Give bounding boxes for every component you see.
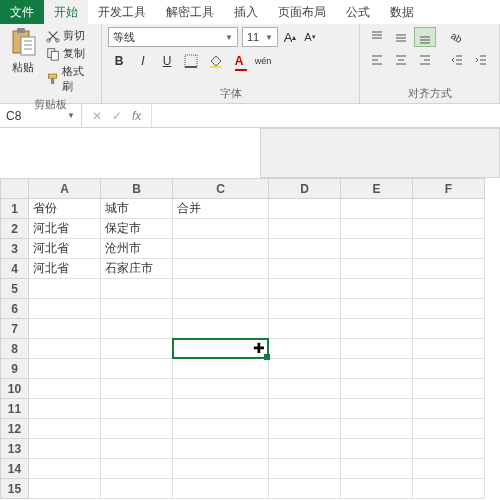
decrease-indent-button[interactable] [446,50,468,70]
col-header-E[interactable]: E [341,179,413,199]
col-header-F[interactable]: F [413,179,485,199]
cell-C14[interactable] [173,459,269,479]
cell-F13[interactable] [413,439,485,459]
cell-C15[interactable] [173,479,269,499]
cell-F12[interactable] [413,419,485,439]
tab-formulas[interactable]: 公式 [336,0,380,24]
cell-D15[interactable] [269,479,341,499]
font-name-select[interactable]: 等线▼ [108,27,238,47]
cell-F8[interactable] [413,339,485,359]
row-header-9[interactable]: 9 [1,359,29,379]
formula-bar[interactable] [151,104,500,127]
row-header-7[interactable]: 7 [1,319,29,339]
cell-A3[interactable]: 河北省 [29,239,101,259]
cell-A13[interactable] [29,439,101,459]
cell-A2[interactable]: 河北省 [29,219,101,239]
cell-F1[interactable] [413,199,485,219]
cell-C8[interactable] [173,339,269,359]
cell-C1[interactable]: 合并 [173,199,269,219]
cell-F11[interactable] [413,399,485,419]
cell-F14[interactable] [413,459,485,479]
cell-E9[interactable] [341,359,413,379]
orientation-button[interactable]: ab [446,27,468,47]
cell-D14[interactable] [269,459,341,479]
cell-D7[interactable] [269,319,341,339]
row-header-10[interactable]: 10 [1,379,29,399]
cell-F7[interactable] [413,319,485,339]
cell-C3[interactable] [173,239,269,259]
cell-D2[interactable] [269,219,341,239]
cell-E4[interactable] [341,259,413,279]
cell-D1[interactable] [269,199,341,219]
name-box[interactable]: C8▼ [0,104,82,127]
cell-D5[interactable] [269,279,341,299]
tab-insert[interactable]: 插入 [224,0,268,24]
cell-B5[interactable] [101,279,173,299]
cell-A10[interactable] [29,379,101,399]
row-header-3[interactable]: 3 [1,239,29,259]
cell-D4[interactable] [269,259,341,279]
cell-A15[interactable] [29,479,101,499]
underline-button[interactable]: U [156,51,178,71]
confirm-icon[interactable]: ✓ [112,109,122,123]
select-all-corner[interactable] [1,179,29,199]
cancel-icon[interactable]: ✕ [92,109,102,123]
cell-B11[interactable] [101,399,173,419]
cut-button[interactable]: 剪切 [44,27,95,44]
cell-F9[interactable] [413,359,485,379]
tab-developer[interactable]: 开发工具 [88,0,156,24]
cell-F4[interactable] [413,259,485,279]
cell-A6[interactable] [29,299,101,319]
cell-C2[interactable] [173,219,269,239]
cell-A4[interactable]: 河北省 [29,259,101,279]
cell-D11[interactable] [269,399,341,419]
row-header-13[interactable]: 13 [1,439,29,459]
increase-font-button[interactable]: A▴ [282,29,298,45]
italic-button[interactable]: I [132,51,154,71]
cell-D9[interactable] [269,359,341,379]
cell-E10[interactable] [341,379,413,399]
cell-B1[interactable]: 城市 [101,199,173,219]
cell-E13[interactable] [341,439,413,459]
cell-E12[interactable] [341,419,413,439]
increase-indent-button[interactable] [470,50,492,70]
row-header-4[interactable]: 4 [1,259,29,279]
cell-E3[interactable] [341,239,413,259]
tab-home[interactable]: 开始 [44,0,88,24]
align-center-button[interactable] [390,50,412,70]
cell-B10[interactable] [101,379,173,399]
cell-A5[interactable] [29,279,101,299]
row-header-11[interactable]: 11 [1,399,29,419]
cell-B4[interactable]: 石家庄市 [101,259,173,279]
copy-button[interactable]: 复制 [44,45,95,62]
cell-A8[interactable] [29,339,101,359]
decrease-font-button[interactable]: A▾ [302,29,318,45]
align-left-button[interactable] [366,50,388,70]
cell-B15[interactable] [101,479,173,499]
cell-D13[interactable] [269,439,341,459]
cell-E11[interactable] [341,399,413,419]
cell-F2[interactable] [413,219,485,239]
cell-A1[interactable]: 省份 [29,199,101,219]
col-header-C[interactable]: C [173,179,269,199]
col-header-D[interactable]: D [269,179,341,199]
tab-data[interactable]: 数据 [380,0,424,24]
font-size-select[interactable]: 11▼ [242,27,278,47]
format-painter-button[interactable]: 格式刷 [44,63,95,95]
bold-button[interactable]: B [108,51,130,71]
cell-B9[interactable] [101,359,173,379]
cell-B3[interactable]: 沧州市 [101,239,173,259]
col-header-B[interactable]: B [101,179,173,199]
cell-D10[interactable] [269,379,341,399]
cell-E6[interactable] [341,299,413,319]
cell-B2[interactable]: 保定市 [101,219,173,239]
cell-A14[interactable] [29,459,101,479]
cell-A11[interactable] [29,399,101,419]
cell-C6[interactable] [173,299,269,319]
cell-A7[interactable] [29,319,101,339]
cell-D6[interactable] [269,299,341,319]
cell-F3[interactable] [413,239,485,259]
cell-E2[interactable] [341,219,413,239]
cell-E7[interactable] [341,319,413,339]
row-header-12[interactable]: 12 [1,419,29,439]
